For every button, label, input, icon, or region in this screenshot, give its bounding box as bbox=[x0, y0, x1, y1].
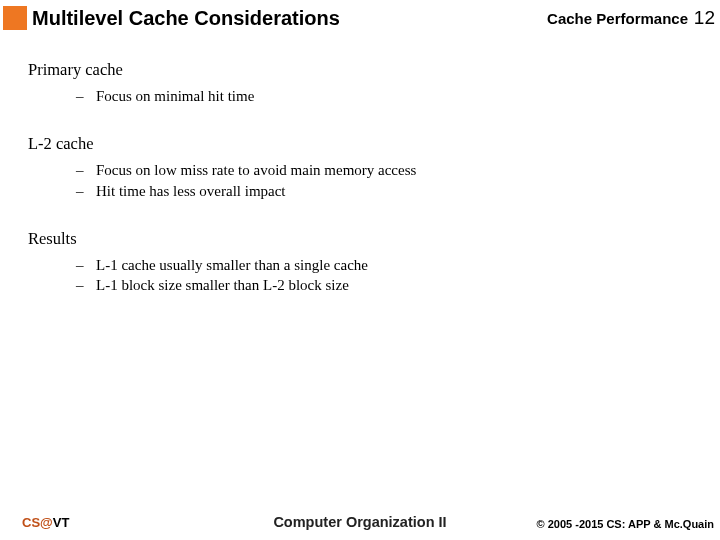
list-item: –L-1 block size smaller than L-2 block s… bbox=[76, 275, 692, 295]
list-item: –Focus on minimal hit time bbox=[76, 86, 692, 106]
bullet-text: L-1 cache usually smaller than a single … bbox=[96, 255, 368, 275]
orange-box-icon bbox=[3, 6, 27, 30]
slide-topic: Cache Performance bbox=[547, 10, 688, 27]
dash-icon: – bbox=[76, 181, 96, 201]
bullet-text: Focus on low miss rate to avoid main mem… bbox=[96, 160, 416, 180]
bullet-list: –L-1 cache usually smaller than a single… bbox=[76, 255, 692, 296]
bullet-list: –Focus on low miss rate to avoid main me… bbox=[76, 160, 692, 201]
bullet-list: –Focus on minimal hit time bbox=[76, 86, 692, 106]
dash-icon: – bbox=[76, 255, 96, 275]
list-item: –Hit time has less overall impact bbox=[76, 181, 692, 201]
bullet-text: L-1 block size smaller than L-2 block si… bbox=[96, 275, 349, 295]
section-heading: L-2 cache bbox=[28, 134, 692, 154]
slide: Multilevel Cache Considerations Cache Pe… bbox=[0, 0, 720, 540]
dash-icon: – bbox=[76, 86, 96, 106]
list-item: –Focus on low miss rate to avoid main me… bbox=[76, 160, 692, 180]
bullet-text: Hit time has less overall impact bbox=[96, 181, 286, 201]
slide-body: Primary cache –Focus on minimal hit time… bbox=[28, 58, 692, 323]
footer: CS@VT Computer Organization II © 2005 -2… bbox=[0, 506, 720, 530]
dash-icon: – bbox=[76, 160, 96, 180]
section-heading: Primary cache bbox=[28, 60, 692, 80]
slide-title: Multilevel Cache Considerations bbox=[32, 7, 340, 30]
section-heading: Results bbox=[28, 229, 692, 249]
page-number: 12 bbox=[694, 7, 715, 29]
dash-icon: – bbox=[76, 275, 96, 295]
bullet-text: Focus on minimal hit time bbox=[96, 86, 254, 106]
header: Multilevel Cache Considerations Cache Pe… bbox=[0, 0, 720, 48]
footer-right: © 2005 -2015 CS: APP & Mc.Quain bbox=[537, 518, 714, 530]
list-item: –L-1 cache usually smaller than a single… bbox=[76, 255, 692, 275]
